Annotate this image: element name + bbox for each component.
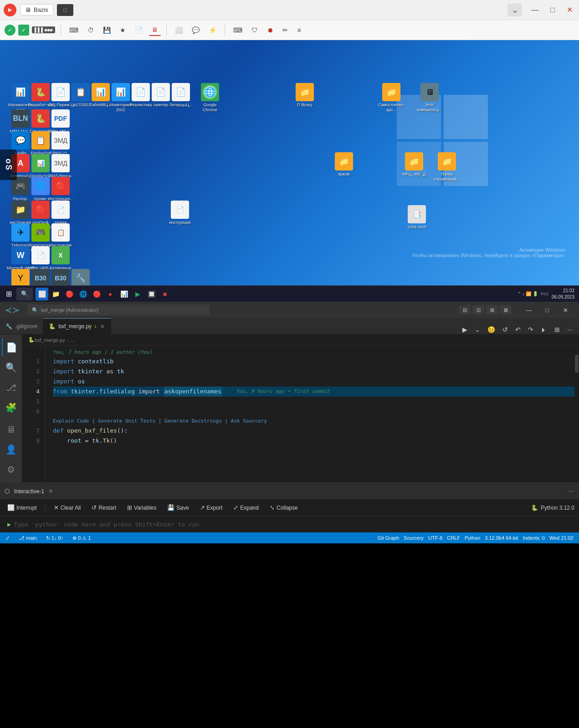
anydesk-monitor-btn[interactable]: □ [57, 4, 73, 16]
undo-icon[interactable]: ↺ [501, 325, 510, 334]
save-button[interactable]: 💾 Save [164, 503, 191, 512]
vscode-minimize-button[interactable]: — [520, 303, 538, 317]
statusbar-line-ending[interactable]: CRLF [445, 535, 462, 541]
tab-close-button[interactable]: ✕ [99, 323, 105, 330]
keyboard2-icon[interactable]: ⌨ [231, 25, 245, 36]
statusbar-sourcery[interactable]: Sourcery [402, 535, 425, 541]
timer-icon[interactable]: ⏱ [85, 25, 97, 36]
code-editor[interactable]: 1 2 3 4 5 6 7 8 You, 7 hours ago | 1 aut… [22, 346, 579, 482]
statusbar-language[interactable]: Python [463, 535, 482, 541]
search-button[interactable]: 🔍 [16, 288, 33, 300]
layout-btn-4[interactable]: ⊠ [500, 305, 512, 315]
more-icon[interactable]: ··· [565, 325, 574, 334]
user-icon[interactable]: 👤 [2, 440, 20, 459]
taskbar-app-icon[interactable]: ■ [159, 288, 171, 300]
restart-button[interactable]: ↺ Restart [89, 503, 119, 512]
desktop-icon-folder2[interactable]: 📁 Папка справочные... [431, 150, 463, 184]
happy-face-icon[interactable]: 😊 [486, 325, 497, 334]
vscode-maximize-button[interactable]: □ [538, 303, 556, 317]
transfer-icon[interactable]: 💾 [100, 25, 113, 36]
file-icon[interactable]: 📄 [132, 25, 145, 36]
taskbar-app-icon[interactable]: 📁 [49, 288, 62, 300]
window-icon[interactable]: ⬜ [172, 25, 185, 36]
minimize-button[interactable]: — [528, 6, 541, 14]
desktop-icon-computer[interactable]: 🖥 Этот компьюте-р... [414, 81, 446, 114]
clear-all-button[interactable]: ✕ Clear All [51, 503, 84, 512]
interrupt-button[interactable]: ⬜ Interrupt [5, 503, 40, 512]
menu-icon[interactable]: ≡ [294, 25, 303, 36]
desktop-icon-folder[interactable]: 📁 ярком [328, 150, 360, 179]
desktop-icon[interactable]: 🔧 Итого ОМС... [65, 267, 97, 285]
editor-scrollbar[interactable] [574, 346, 579, 482]
taskbar-app-icon[interactable]: ▶ [131, 288, 144, 300]
statusbar-branch[interactable]: ⎇ main [17, 535, 39, 541]
expand-button[interactable]: ⤢ Expand [231, 503, 261, 512]
vscode-close-button[interactable]: ✕ [556, 303, 574, 317]
scrollbar-thumb[interactable] [575, 355, 579, 373]
anydesk-dropdown-btn[interactable]: ⌄ [507, 4, 522, 16]
source-control-icon[interactable]: ⎇ [2, 378, 20, 397]
layout-btn-3[interactable]: ⊞ [486, 305, 498, 315]
desktop-icon-1009xal[interactable]: 📑 1009.ХМЛ [401, 203, 433, 232]
redo-icon[interactable]: ↷ [526, 325, 535, 334]
desktop-icon-chrome[interactable]: 🌐 Google Chrome [194, 81, 226, 114]
vscode-search-bar[interactable]: 🔍 bxf_merge [Administrator] [27, 305, 210, 315]
statusbar-git-graph[interactable]: Git Graph [375, 535, 401, 541]
anydesk-tab[interactable]: 🖥 Bazis [20, 4, 53, 15]
layout-btn-2[interactable]: ⊡ [472, 305, 484, 315]
taskbar-app-icon[interactable]: ⬜ [36, 288, 48, 300]
play-outline-icon[interactable]: ⏵ [539, 325, 549, 334]
desktop-icon[interactable]: 📄 ЛитерцыЦ... [165, 81, 197, 109]
desktop-icon-library[interactable]: 📁 П library [289, 81, 321, 109]
taskbar-app-icon[interactable]: 🔴 [90, 288, 103, 300]
system-tray: ⌃ ♪ 📶 🔋 РУС 21:02 06.09.2023 [518, 288, 577, 300]
taskbar-app-icon[interactable]: ● [104, 288, 117, 300]
taskbar-app-icon[interactable]: 🔴 [63, 288, 76, 300]
search-activity-icon[interactable]: 🔍 [2, 358, 20, 377]
collapse-button[interactable]: ⤡ Collapse [267, 503, 301, 512]
lightning-icon[interactable]: ⚡ [206, 25, 219, 36]
extensions-icon[interactable]: 🧩 [2, 398, 20, 417]
activation-text: Активация Windows Чтобы активировать Win… [412, 247, 565, 258]
run-dropdown-button[interactable]: ⌄ [473, 325, 482, 334]
record-icon[interactable]: ⏺ [264, 25, 276, 36]
breadcrumb-filename: bxf_merge.py [35, 337, 65, 343]
undo2-icon[interactable]: ↶ [513, 325, 523, 334]
close-button[interactable]: ✕ [564, 5, 575, 14]
taskbar-app-icon[interactable]: 🔲 [145, 288, 158, 300]
statusbar-sync[interactable]: ↻ 1↓ 0↑ [44, 535, 65, 541]
statusbar-indents[interactable]: Indents: 0 [521, 535, 547, 541]
chat-icon[interactable]: 💬 [189, 25, 202, 36]
terminal-content[interactable]: ▶ Type 'python' code here and press Shif… [0, 516, 579, 532]
layout-btn-1[interactable]: ⊟ [459, 305, 471, 315]
star-icon[interactable]: ★ [117, 25, 128, 36]
taskbar-app-icon[interactable]: 🌐 [77, 288, 89, 300]
run-button[interactable]: ▶ [461, 325, 469, 334]
desktop-icon[interactable]: 📄 инструкции [164, 199, 196, 227]
statusbar-remote-icon[interactable]: ⤢ [4, 535, 11, 541]
remote-icon[interactable]: 🖥 [2, 420, 20, 439]
display-icon[interactable]: 🖥 [149, 24, 161, 36]
desktop-icon-mpl[interactable]: 📁 МРЦ_480_Д [398, 150, 430, 179]
terminal-tab-close-button[interactable]: ✕ [49, 488, 53, 494]
explorer-icon[interactable]: 📄 [2, 338, 20, 356]
tab-bxf-merge[interactable]: 🐍 bxf_merge.py 1 ✕ [43, 318, 111, 334]
export-button[interactable]: ↗ Export [197, 503, 225, 512]
keyboard-icon[interactable]: ⌨ [67, 25, 81, 36]
taskbar-app-icon[interactable]: 📊 [118, 288, 130, 300]
shield2-icon[interactable]: 🛡 [249, 25, 261, 36]
code-content[interactable]: You, 7 hours ago | 1 author (You) import… [46, 346, 574, 482]
desktop-icon[interactable]: 📁 Самостоятел-арх... [375, 81, 407, 114]
settings-icon[interactable]: ⚙ [2, 460, 20, 479]
split-icon[interactable]: ⊞ [553, 325, 562, 334]
tab-gitignore[interactable]: 🔧 .gitignore [0, 318, 43, 334]
variables-button[interactable]: ⊞ Variables [124, 503, 159, 512]
statusbar-python-path[interactable]: 3.12.0b4 64-bit [483, 535, 520, 541]
maximize-button[interactable]: □ [548, 6, 558, 14]
terminal-menu-button[interactable]: ··· [569, 487, 574, 496]
start-button[interactable]: ⊞ [2, 287, 15, 301]
statusbar-encoding[interactable]: UTF-8 [426, 535, 444, 541]
pen-icon[interactable]: ✏ [280, 25, 291, 36]
statusbar-errors[interactable]: ⊗ 0 ⚠ 1 [71, 535, 92, 541]
terminal-prompt[interactable]: ▶ Type 'python' code here and press Shif… [7, 521, 572, 528]
